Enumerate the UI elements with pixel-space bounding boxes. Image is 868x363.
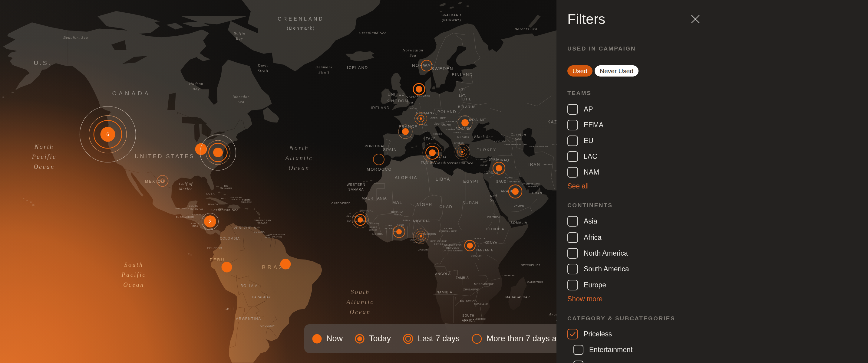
svg-text:2: 2: [209, 219, 212, 224]
svg-text:6: 6: [106, 132, 109, 137]
